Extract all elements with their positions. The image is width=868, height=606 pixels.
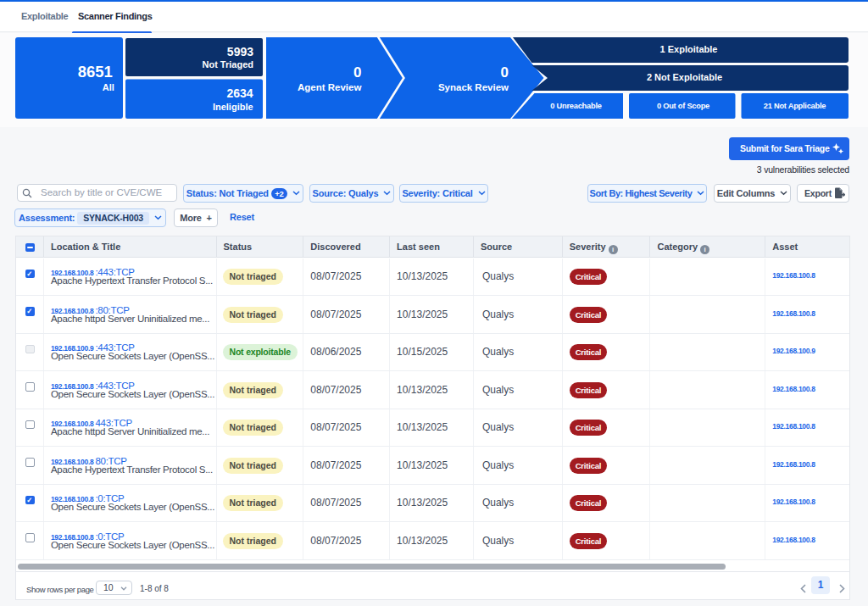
svg-text:0 Out of Scope: 0 Out of Scope xyxy=(657,102,709,110)
svg-text:2 Not Exploitable: 2 Not Exploitable xyxy=(647,72,722,82)
svg-text:8651: 8651 xyxy=(78,63,113,81)
svg-text:2634: 2634 xyxy=(226,86,253,100)
svg-text:1 Exploitable: 1 Exploitable xyxy=(660,44,718,54)
svg-text:0 Unreachable: 0 Unreachable xyxy=(550,102,601,110)
svg-text:21 Not Applicable: 21 Not Applicable xyxy=(764,102,826,110)
svg-text:0: 0 xyxy=(353,64,361,81)
svg-text:Synack Review: Synack Review xyxy=(438,82,509,92)
svg-text:5993: 5993 xyxy=(227,45,253,58)
svg-text:Not Triaged: Not Triaged xyxy=(202,59,253,69)
svg-text:All: All xyxy=(103,82,114,92)
svg-text:0: 0 xyxy=(501,64,509,81)
svg-text:Agent Review: Agent Review xyxy=(298,82,361,92)
svg-text:Ineligible: Ineligible xyxy=(213,102,253,112)
